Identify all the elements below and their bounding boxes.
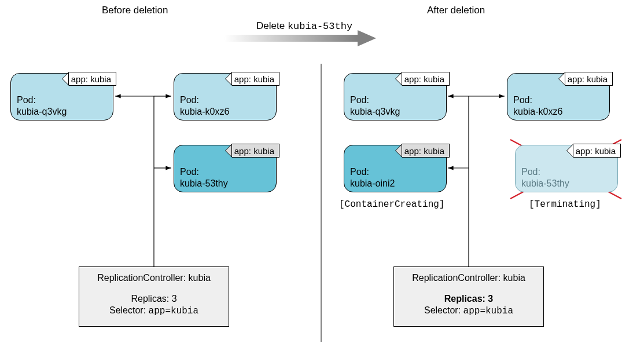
- pod-label-text: app: kubia: [573, 144, 621, 158]
- pod-after-k0xz6: app: kubia Pod: kubia-k0xz6: [507, 73, 610, 120]
- svg-rect-0: [225, 35, 358, 42]
- pod-after-oini2: app: kubia Pod: kubia-oini2: [344, 145, 447, 192]
- title-before: Before deletion: [102, 5, 168, 16]
- left-connectors: [115, 96, 171, 266]
- delete-pod-name: kubia-53thy: [288, 21, 352, 32]
- pod-before-k0xz6: app: kubia Pod: kubia-k0xz6: [174, 73, 277, 120]
- status-terminating: [Terminating]: [529, 199, 601, 210]
- rc-after: ReplicationController: kubia Replicas: 3…: [393, 266, 544, 327]
- right-connectors: [448, 96, 505, 266]
- pod-label-tag: app: kubia: [395, 144, 450, 158]
- pod-label-text: app: kubia: [565, 72, 613, 86]
- rc-selector: Selector: app=kubia: [394, 305, 543, 316]
- rc-before: ReplicationController: kubia Replicas: 3…: [79, 266, 229, 327]
- status-creating: [ContainerCreating]: [339, 199, 444, 210]
- pod-label-tag: app: kubia: [395, 72, 450, 86]
- delete-action-label: Delete kubia-53thy: [256, 20, 352, 32]
- pod-label-text: app: kubia: [69, 72, 116, 86]
- pod-label-text: app: kubia: [402, 144, 450, 158]
- pod-before-q3vkg: app: kubia Pod: kubia-q3vkg: [10, 73, 113, 120]
- pod-label-tag: app: kubia: [566, 144, 621, 158]
- title-after: After deletion: [427, 5, 485, 16]
- pod-label-text: app: kubia: [232, 72, 279, 86]
- rc-title: ReplicationController: kubia: [394, 273, 543, 283]
- pod-after-q3vkg: app: kubia Pod: kubia-q3vkg: [344, 73, 447, 120]
- pod-after-53thy-terminating: app: kubia Pod: kubia-53thy: [515, 145, 618, 192]
- svg-marker-1: [358, 30, 376, 46]
- pod-before-53thy: app: kubia Pod: kubia-53thy: [174, 145, 277, 192]
- rc-replicas: Replicas: 3: [394, 294, 543, 304]
- pod-label-tag: app: kubia: [225, 72, 279, 86]
- pod-label-tag: app: kubia: [62, 72, 116, 86]
- pod-label-tag: app: kubia: [225, 144, 279, 158]
- pod-label-text: app: kubia: [402, 72, 450, 86]
- rc-replicas: Replicas: 3: [79, 294, 229, 304]
- pod-label-text: app: kubia: [232, 144, 279, 158]
- delete-prefix: Delete: [256, 20, 288, 31]
- rc-title: ReplicationController: kubia: [79, 273, 229, 283]
- action-arrow: [225, 30, 376, 46]
- pod-label-tag: app: kubia: [558, 72, 613, 86]
- rc-selector: Selector: app=kubia: [79, 305, 229, 316]
